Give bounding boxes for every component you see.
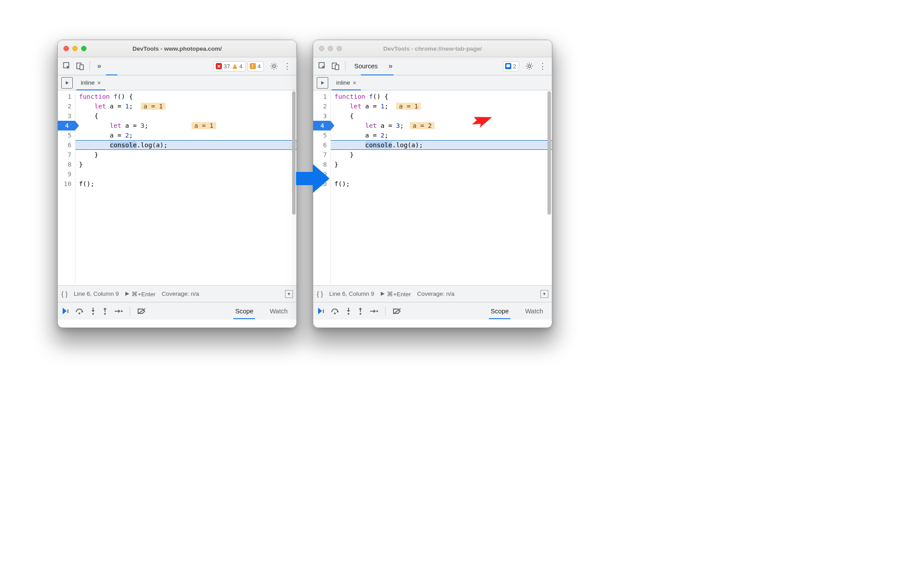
close-dot[interactable] <box>64 46 69 51</box>
titlebar[interactable]: DevTools - www.photopea.com/ <box>58 40 296 57</box>
scrollbar-thumb[interactable] <box>292 91 296 215</box>
line-number[interactable]: 1 <box>58 92 71 101</box>
code-line[interactable]: { <box>331 111 552 121</box>
line-number[interactable]: 4 <box>313 121 330 130</box>
code-line[interactable]: function f() { <box>75 92 296 101</box>
line-number[interactable]: 5 <box>58 130 71 140</box>
line-number[interactable]: 3 <box>58 111 71 121</box>
code-editor[interactable]: 12345678910function f() { let a = 1;a = … <box>58 90 296 285</box>
close-dot[interactable] <box>319 46 324 51</box>
run-snippet[interactable]: ⌘+Enter <box>380 290 411 298</box>
minimize-dot[interactable] <box>328 46 333 51</box>
code-line[interactable]: let a = 1;a = 1 <box>75 101 296 111</box>
inspect-icon[interactable] <box>316 60 329 73</box>
separator <box>130 306 130 316</box>
line-number[interactable]: 7 <box>58 150 71 160</box>
code-line[interactable]: } <box>75 150 296 160</box>
pretty-print-icon[interactable]: { } <box>61 290 67 298</box>
window-title: DevTools - www.photopea.com/ <box>58 45 296 52</box>
minimize-dot[interactable] <box>72 46 78 51</box>
file-tab-inline[interactable]: inline × <box>332 75 361 90</box>
step-over-icon[interactable] <box>331 308 340 315</box>
scope-tab[interactable]: Scope <box>485 308 514 315</box>
watch-tab[interactable]: Watch <box>520 308 548 315</box>
kebab-menu-icon[interactable]: ⋮ <box>536 60 549 73</box>
issues-badge[interactable]: ! 4 <box>247 61 264 71</box>
code-line[interactable]: let a = 3;a = 1 <box>75 121 296 130</box>
snippets-icon[interactable] <box>317 77 328 89</box>
code-line[interactable]: { <box>75 111 296 121</box>
step-out-icon[interactable] <box>102 307 108 315</box>
line-number[interactable]: 8 <box>58 160 71 169</box>
window-title: DevTools - chrome://new-tab-page/ <box>313 45 552 52</box>
line-number[interactable]: 6 <box>313 140 327 150</box>
code-line[interactable] <box>75 169 296 179</box>
code-line[interactable]: function f() { <box>331 92 552 101</box>
scrollbar-thumb[interactable] <box>547 91 551 215</box>
inspect-icon[interactable] <box>60 60 74 73</box>
step-into-icon[interactable] <box>345 307 352 315</box>
dropdown-icon[interactable]: ▼ <box>540 290 548 298</box>
code-editor[interactable]: 12345678910function f() { let a = 1;a = … <box>313 90 552 285</box>
step-icon[interactable] <box>114 308 123 314</box>
line-number[interactable]: 2 <box>58 101 71 111</box>
scope-tab[interactable]: Scope <box>230 308 259 315</box>
line-number[interactable]: 7 <box>313 150 327 160</box>
zoom-dot[interactable] <box>81 46 86 51</box>
sources-tab[interactable]: Sources <box>348 57 384 75</box>
kebab-menu-icon[interactable]: ⋮ <box>281 60 294 73</box>
titlebar[interactable]: DevTools - chrome://new-tab-page/ <box>313 40 552 57</box>
console-errors-badge[interactable]: ✕ 37 4 <box>214 61 246 71</box>
code-line[interactable]: } <box>331 160 552 169</box>
code-line[interactable]: f(); <box>75 179 296 189</box>
line-number[interactable]: 4 <box>58 121 75 130</box>
step-icon[interactable] <box>369 308 378 314</box>
watch-tab[interactable]: Watch <box>264 308 293 315</box>
pretty-print-icon[interactable]: { } <box>317 290 323 298</box>
settings-gear-icon[interactable] <box>523 60 536 73</box>
snippets-icon[interactable] <box>61 77 73 89</box>
cursor-position: Line 6, Column 9 <box>74 290 119 297</box>
code-line[interactable]: let a = 1;a = 1 <box>331 101 552 111</box>
line-number[interactable]: 6 <box>58 140 71 150</box>
deactivate-breakpoints-icon[interactable] <box>393 308 401 315</box>
line-number[interactable]: 10 <box>58 179 71 189</box>
device-toggle-icon[interactable] <box>329 60 342 73</box>
inline-value: a = 1 <box>396 103 421 110</box>
code-line[interactable]: f(); <box>331 179 552 189</box>
close-icon[interactable]: × <box>353 79 356 86</box>
file-tab-inline[interactable]: inline × <box>76 75 105 90</box>
step-into-icon[interactable] <box>90 307 96 315</box>
svg-point-5 <box>79 313 80 314</box>
code-line[interactable] <box>331 169 552 179</box>
device-toggle-icon[interactable] <box>74 60 87 73</box>
line-number[interactable]: 1 <box>313 92 327 101</box>
line-number[interactable]: 9 <box>58 169 71 179</box>
zoom-dot[interactable] <box>337 46 342 51</box>
code-line[interactable]: } <box>75 160 296 169</box>
step-over-icon[interactable] <box>75 308 84 315</box>
code-line[interactable]: } <box>331 150 552 160</box>
more-tabs-chevron-icon[interactable]: » <box>93 60 106 73</box>
run-snippet[interactable]: ⌘+Enter <box>125 290 155 298</box>
separator <box>345 61 345 71</box>
settings-gear-icon[interactable] <box>267 60 281 73</box>
close-icon[interactable]: × <box>97 79 101 86</box>
line-number[interactable]: 5 <box>313 130 327 140</box>
more-tabs-chevron-icon[interactable]: » <box>384 60 397 73</box>
code-line[interactable]: console.log(a); <box>75 140 296 150</box>
line-number[interactable]: 2 <box>313 101 327 111</box>
code-line[interactable]: let a = 3;a = 2 <box>331 121 552 130</box>
line-number[interactable]: 3 <box>313 111 327 121</box>
resume-icon[interactable] <box>317 307 325 315</box>
resume-icon[interactable] <box>61 307 70 315</box>
deactivate-breakpoints-icon[interactable] <box>137 308 146 315</box>
code-line[interactable]: a = 2; <box>75 130 296 140</box>
step-out-icon[interactable] <box>357 307 364 315</box>
main-toolbar: » ✕ 37 4 ! 4 ⋮ <box>58 57 296 75</box>
code-line[interactable]: a = 2; <box>331 130 552 140</box>
dropdown-icon[interactable]: ▼ <box>285 290 293 298</box>
svg-rect-12 <box>335 65 339 70</box>
issues-badge[interactable]: 2 <box>503 61 519 71</box>
code-line[interactable]: console.log(a); <box>331 140 552 150</box>
